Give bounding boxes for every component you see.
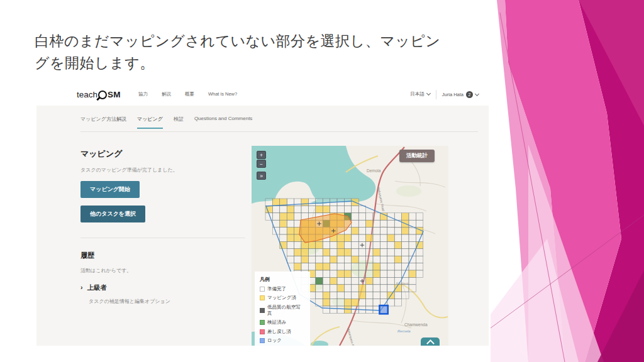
task-cell[interactable] bbox=[380, 285, 387, 292]
tab-1[interactable]: マッピング bbox=[137, 116, 163, 129]
zoom-out-button[interactable]: − bbox=[257, 160, 266, 168]
task-cell[interactable] bbox=[308, 249, 315, 256]
task-cell[interactable] bbox=[387, 249, 394, 256]
task-cell[interactable] bbox=[330, 241, 337, 248]
task-cell[interactable] bbox=[409, 228, 416, 234]
task-cell[interactable] bbox=[316, 277, 323, 284]
task-cell[interactable] bbox=[373, 263, 380, 270]
selected-task-rect[interactable] bbox=[379, 305, 387, 314]
task-cell[interactable] bbox=[352, 263, 358, 270]
task-cell[interactable] bbox=[352, 256, 358, 263]
task-map[interactable]: DemolaMakanyeiro RoadKiloleniChamwendaRe… bbox=[252, 146, 448, 346]
task-cell[interactable] bbox=[366, 249, 373, 256]
task-cell[interactable] bbox=[337, 206, 344, 212]
task-cell[interactable] bbox=[272, 213, 279, 220]
task-cell[interactable] bbox=[352, 220, 358, 227]
task-cell[interactable] bbox=[352, 241, 358, 248]
task-cell[interactable] bbox=[330, 277, 337, 284]
activity-stats-button[interactable]: 活動統計 bbox=[399, 150, 435, 162]
task-cell[interactable] bbox=[287, 241, 294, 248]
task-cell[interactable] bbox=[380, 234, 387, 241]
task-cell[interactable] bbox=[409, 241, 416, 248]
task-cell[interactable] bbox=[330, 285, 337, 292]
task-cell[interactable] bbox=[323, 206, 330, 212]
task-cell[interactable] bbox=[409, 285, 416, 292]
nav-item-3[interactable]: What is New? bbox=[208, 91, 237, 97]
task-cell[interactable] bbox=[366, 234, 373, 241]
task-cell[interactable] bbox=[394, 228, 401, 234]
task-cell[interactable] bbox=[344, 277, 351, 284]
task-cell[interactable] bbox=[294, 213, 301, 220]
task-cell[interactable] bbox=[366, 285, 373, 292]
task-cell[interactable] bbox=[280, 228, 287, 234]
task-cell[interactable] bbox=[394, 249, 401, 256]
task-cell[interactable] bbox=[272, 199, 279, 206]
task-cell[interactable] bbox=[409, 277, 416, 284]
task-cell[interactable] bbox=[373, 228, 380, 234]
task-cell[interactable] bbox=[352, 206, 358, 212]
task-cell[interactable] bbox=[301, 206, 308, 212]
task-cell[interactable] bbox=[337, 270, 344, 277]
task-cell[interactable] bbox=[402, 256, 409, 263]
task-cell[interactable] bbox=[323, 292, 330, 299]
task-cell[interactable] bbox=[344, 285, 351, 292]
task-cell[interactable] bbox=[344, 234, 351, 241]
expand-map-button[interactable]: » bbox=[257, 172, 266, 180]
task-cell[interactable] bbox=[287, 220, 294, 227]
task-cell[interactable] bbox=[272, 206, 279, 212]
task-cell[interactable] bbox=[373, 292, 380, 299]
task-cell[interactable] bbox=[380, 241, 387, 248]
task-cell[interactable] bbox=[280, 220, 287, 227]
task-cell[interactable] bbox=[330, 256, 337, 263]
task-cell[interactable] bbox=[366, 220, 373, 227]
task-cell[interactable] bbox=[380, 228, 387, 234]
task-cell[interactable] bbox=[366, 241, 373, 248]
task-cell[interactable] bbox=[316, 285, 323, 292]
task-cell[interactable] bbox=[394, 256, 401, 263]
task-cell[interactable] bbox=[337, 306, 344, 313]
language-selector[interactable]: 日本語 bbox=[410, 91, 430, 97]
task-cell[interactable] bbox=[402, 213, 409, 220]
task-cell[interactable] bbox=[358, 213, 365, 220]
task-cell[interactable] bbox=[394, 292, 401, 299]
task-cell[interactable] bbox=[344, 270, 351, 277]
task-cell[interactable] bbox=[380, 270, 387, 277]
task-cell[interactable] bbox=[409, 220, 416, 227]
task-cell[interactable] bbox=[330, 263, 337, 270]
task-cell[interactable] bbox=[330, 306, 337, 313]
nav-item-2[interactable]: 概要 bbox=[185, 91, 194, 97]
task-cell[interactable] bbox=[323, 270, 330, 277]
task-cell[interactable] bbox=[402, 241, 409, 248]
task-cell[interactable] bbox=[358, 285, 365, 292]
task-cell[interactable] bbox=[373, 234, 380, 241]
zoom-in-button[interactable]: + bbox=[257, 151, 266, 159]
task-cell[interactable] bbox=[387, 256, 394, 263]
task-cell[interactable] bbox=[280, 206, 287, 212]
task-cell[interactable] bbox=[308, 241, 315, 248]
task-cell[interactable] bbox=[323, 263, 330, 270]
advanced-expander[interactable]: ›上級者 bbox=[80, 283, 248, 292]
task-cell[interactable] bbox=[387, 241, 394, 248]
task-cell[interactable] bbox=[344, 241, 351, 248]
task-cell[interactable] bbox=[265, 199, 272, 206]
task-cell[interactable] bbox=[358, 270, 365, 277]
task-cell[interactable] bbox=[366, 270, 373, 277]
task-cell[interactable] bbox=[402, 292, 409, 299]
task-cell[interactable] bbox=[294, 263, 301, 270]
task-cell[interactable] bbox=[344, 306, 351, 313]
task-cell[interactable] bbox=[373, 241, 380, 248]
task-cell[interactable] bbox=[323, 249, 330, 256]
task-cell[interactable] bbox=[402, 249, 409, 256]
task-cell[interactable] bbox=[323, 277, 330, 284]
task-cell[interactable] bbox=[301, 249, 308, 256]
task-cell[interactable] bbox=[352, 234, 358, 241]
task-cell[interactable] bbox=[416, 263, 423, 270]
task-cell[interactable] bbox=[394, 263, 401, 270]
task-cell[interactable] bbox=[330, 270, 337, 277]
tab-3[interactable]: Questions and Comments bbox=[194, 116, 253, 129]
task-cell[interactable] bbox=[337, 263, 344, 270]
task-cell[interactable] bbox=[373, 213, 380, 220]
task-cell[interactable] bbox=[316, 256, 323, 263]
task-cell[interactable] bbox=[330, 292, 337, 299]
task-cell[interactable] bbox=[373, 256, 380, 263]
